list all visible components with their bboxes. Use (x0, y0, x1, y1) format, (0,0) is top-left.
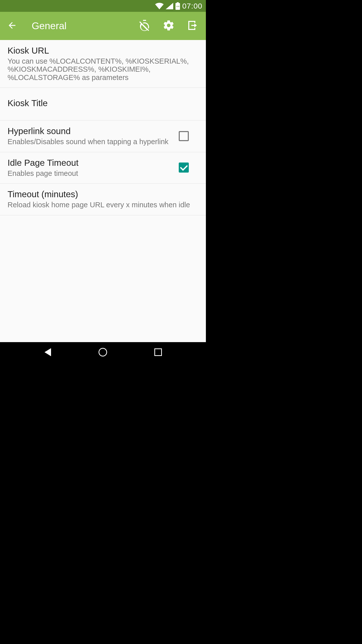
checkbox-unchecked-icon[interactable] (179, 131, 189, 141)
nav-home-button[interactable] (95, 345, 110, 360)
status-bar: 100 07:00 (0, 0, 206, 12)
back-icon[interactable] (7, 20, 17, 31)
pref-timeout-minutes[interactable]: Timeout (minutes) Reload kiosk home page… (0, 184, 206, 215)
pref-title: Hyperlink sound (8, 126, 169, 136)
pref-idle-page-timeout[interactable]: Idle Page Timeout Enables page timeout (0, 152, 206, 184)
pref-hyperlink-sound[interactable]: Hyperlink sound Enables/Disables sound w… (0, 120, 206, 152)
action-bar: General (0, 12, 206, 40)
pref-sub: You can use %LOCALCONTENT%, %KIOSKSERIAL… (8, 57, 198, 82)
navigation-bar (0, 342, 206, 362)
pref-title: Idle Page Timeout (8, 158, 169, 168)
page-title: General (32, 20, 139, 31)
timer-off-icon[interactable] (139, 19, 151, 32)
nav-recent-button[interactable] (151, 345, 166, 360)
gear-icon[interactable] (163, 19, 175, 32)
triangle-back-icon (44, 348, 51, 356)
pref-kiosk-url[interactable]: Kiosk URL You can use %LOCALCONTENT%, %K… (0, 40, 206, 88)
settings-list: Kiosk URL You can use %LOCALCONTENT%, %K… (0, 40, 206, 342)
pref-title: Kiosk URL (8, 46, 198, 56)
pref-sub: Reload kiosk home page URL every x minut… (8, 201, 198, 209)
screen: 100 07:00 General Kiosk URL You can use … (0, 0, 206, 362)
circle-home-icon (99, 348, 107, 356)
pref-sub: Enables page timeout (8, 169, 169, 177)
checkbox-checked-icon[interactable] (179, 163, 189, 173)
pref-sub: Enables/Disables sound when tapping a hy… (8, 138, 169, 146)
pref-title: Timeout (minutes) (8, 189, 198, 199)
status-clock: 07:00 (182, 2, 202, 10)
pref-kiosk-title[interactable]: Kiosk Title (0, 88, 206, 120)
wifi-icon (155, 3, 164, 9)
battery-icon: 100 (175, 2, 180, 10)
exit-icon[interactable] (187, 19, 199, 32)
svg-text:100: 100 (176, 5, 179, 8)
square-recent-icon (154, 348, 162, 356)
pref-title: Kiosk Title (8, 98, 198, 108)
nav-back-button[interactable] (40, 345, 55, 360)
signal-icon (166, 3, 173, 9)
svg-rect-0 (177, 2, 179, 3)
